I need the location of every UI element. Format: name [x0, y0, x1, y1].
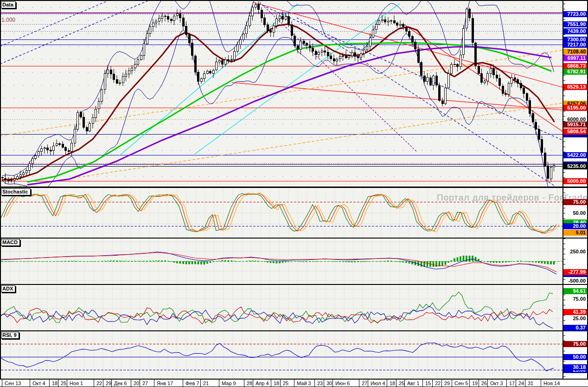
- time-axis-tick: [2, 380, 2, 387]
- adx-scale-label: 41.39: [563, 309, 587, 315]
- price-scale-label: 6997.11: [563, 55, 587, 61]
- panel-tab-data[interactable]: Data: [1, 1, 16, 8]
- time-axis-tick: [404, 380, 405, 387]
- price-scale-label: 7551.90: [563, 21, 587, 27]
- price-scale-label: 7217.00: [563, 42, 587, 48]
- x-axis-label: Авг 1: [407, 380, 419, 387]
- time-axis-tick: [111, 380, 112, 387]
- price-scale-label: 7723.00: [563, 11, 587, 17]
- time-axis-tick: [432, 380, 433, 387]
- x-axis-label: 19: [472, 380, 478, 387]
- x-axis-label: 23: [317, 380, 323, 387]
- x-axis-label: 30: [326, 380, 332, 387]
- panel-tab-stochastic[interactable]: Stochastic: [1, 188, 31, 195]
- x-axis-label: Фев 7: [185, 380, 199, 387]
- time-axis-tick: [280, 380, 281, 387]
- time-axis-tick: [516, 380, 516, 387]
- x-axis-label: 31: [528, 380, 533, 387]
- x-axis-label: 22: [96, 380, 102, 387]
- x-axis-label: 20: [134, 380, 139, 387]
- time-axis-tick: [506, 380, 507, 387]
- x-axis-label: 29: [106, 380, 111, 387]
- x-axis-label: 18: [274, 380, 279, 387]
- stochastic-scale-label: 50.00: [563, 210, 587, 216]
- x-axis-label: 25: [399, 380, 404, 387]
- time-axis-tick: [58, 380, 58, 387]
- time-axis-tick: [525, 380, 525, 387]
- macd-scale-label: -277.99: [563, 269, 587, 275]
- time-axis[interactable]: Сен 13Окт 41825Ноя 12229Дек 62027Янв 17Ф…: [0, 380, 588, 387]
- x-axis-label: Апр 4: [256, 380, 269, 387]
- adx-scale-label: 0.37: [563, 325, 587, 331]
- x-axis-label: Окт 4: [32, 380, 45, 387]
- time-axis-tick: [314, 380, 315, 387]
- time-axis-tick: [469, 380, 470, 387]
- x-axis-label: 18: [52, 380, 58, 387]
- x-axis-label: 27: [142, 380, 148, 387]
- x-axis-label: Окт 3: [490, 380, 503, 387]
- time-axis-tick: [271, 380, 271, 387]
- rsi-scale-label: 75.00: [563, 341, 587, 347]
- stochastic-scale-label: 5.01: [563, 230, 587, 236]
- panel-tab-rsi[interactable]: RSI, 9: [1, 332, 19, 339]
- price-scale-label: 6782.91: [563, 69, 587, 75]
- price-scale[interactable]: 7723.007551.907439.007300.007217.007108.…: [563, 0, 588, 380]
- x-axis-label: 18: [390, 380, 395, 387]
- adx-scale-label: 75.00: [563, 296, 587, 302]
- price-scale-label: 7108.40: [563, 49, 587, 55]
- adx-scale-label: 25.00: [563, 316, 587, 322]
- rsi-scale-label: 30.18: [563, 364, 587, 370]
- time-axis-tick: [332, 380, 333, 387]
- time-axis-tick: [244, 380, 244, 387]
- time-axis-tick: [67, 380, 67, 387]
- price-scale-label: 7439.00: [563, 28, 587, 34]
- fib-level-label: 1.000: [1, 17, 15, 23]
- x-axis-label: 25: [61, 380, 66, 387]
- x-axis-label: 28: [247, 380, 252, 387]
- time-axis-tick: [183, 380, 183, 387]
- time-axis-tick: [452, 380, 452, 387]
- x-axis-label: 25: [283, 380, 288, 387]
- time-axis-tick: [94, 380, 94, 387]
- x-axis-label: Ноя 14: [543, 380, 560, 387]
- x-axis-label: Май 3: [297, 380, 311, 387]
- time-axis-tick: [487, 380, 488, 387]
- x-axis-label: 21: [203, 380, 209, 387]
- x-axis-label: Мар 9: [222, 380, 236, 387]
- x-axis-label: Янв 17: [157, 380, 173, 387]
- adx-scale-label: 94.61: [563, 288, 587, 294]
- time-axis-tick: [541, 380, 541, 387]
- x-axis-label: Сен 5: [454, 380, 468, 387]
- time-axis-tick: [103, 380, 103, 387]
- panel-tab-macd[interactable]: MACD: [1, 239, 20, 246]
- panel-tab-adx[interactable]: ADX: [1, 285, 15, 292]
- x-axis-label: 27: [362, 380, 367, 387]
- x-axis-label: 24: [518, 380, 524, 387]
- time-axis-tick: [30, 380, 30, 387]
- time-axis-tick: [368, 380, 368, 387]
- price-scale-label: 6195.00: [563, 105, 587, 111]
- x-axis-label: 17: [509, 380, 515, 387]
- x-axis-label: 29: [444, 380, 450, 387]
- price-scale-label: 6529.13: [563, 84, 587, 90]
- time-axis-tick: [422, 380, 423, 387]
- stochastic-scale-label: 20.00: [563, 223, 587, 229]
- time-axis-tick: [253, 380, 253, 387]
- time-axis-tick: [294, 380, 294, 387]
- x-axis-label: 26: [481, 380, 487, 387]
- time-axis-tick: [140, 380, 140, 387]
- time-axis-tick: [396, 380, 396, 387]
- time-axis-tick: [387, 380, 387, 387]
- time-axis-tick: [131, 380, 131, 387]
- time-axis-tick: [441, 380, 442, 387]
- price-scale-label: 5000.00: [563, 178, 587, 184]
- time-axis-tick: [200, 380, 201, 387]
- rsi-scale-label: 50.00: [563, 354, 587, 360]
- x-axis-label: 15: [425, 380, 431, 387]
- time-axis-tick: [154, 380, 154, 387]
- x-axis-label: Июн 6: [335, 380, 350, 387]
- x-axis-label: 22: [435, 380, 441, 387]
- x-axis-label: Сен 13: [5, 380, 21, 387]
- x-axis-label: Дек 6: [114, 380, 127, 387]
- time-axis-tick: [479, 380, 479, 387]
